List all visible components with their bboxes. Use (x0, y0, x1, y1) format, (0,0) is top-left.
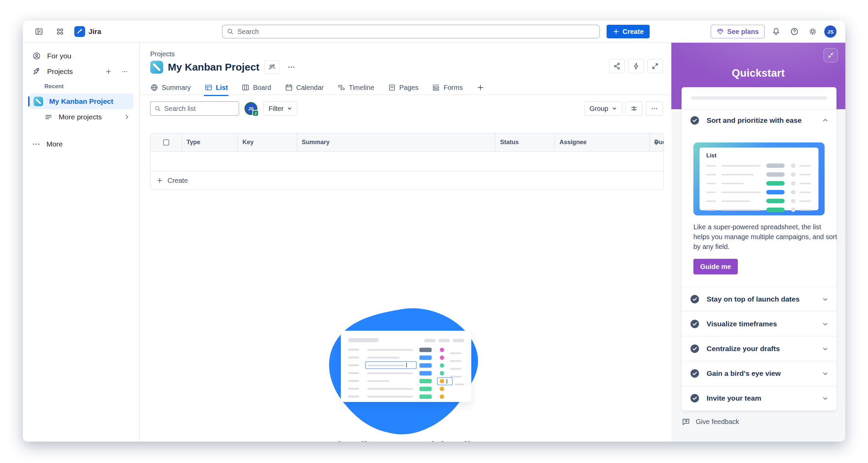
ellipsis-icon (651, 105, 658, 112)
sidebar-item-label: More projects (59, 113, 118, 121)
column-header-status[interactable]: Status (495, 133, 555, 151)
automation-button[interactable] (628, 59, 644, 73)
project-avatar-icon (34, 97, 43, 106)
column-header-summary[interactable]: Summary (297, 133, 495, 151)
give-feedback-button[interactable]: Give feedback (682, 417, 739, 426)
page-title: My Kanban Project (168, 61, 259, 73)
tab-list[interactable]: List (204, 80, 228, 95)
tab-label: Board (253, 84, 271, 92)
global-search[interactable] (222, 25, 600, 38)
create-button[interactable]: Create (607, 25, 650, 38)
projects-more-button[interactable] (120, 66, 130, 77)
sidebar-item-for-you[interactable]: For you (29, 48, 133, 64)
quickstart-section-invite-team[interactable]: Invite your team (682, 386, 836, 410)
sidebar-item-label: Projects (47, 67, 97, 76)
notifications-button[interactable] (769, 25, 783, 38)
settings-button[interactable] (806, 25, 820, 38)
tab-pages[interactable]: Pages (388, 80, 419, 95)
topbar-left-group: Jira (32, 20, 101, 43)
tab-forms[interactable]: Forms (432, 80, 463, 95)
list-search-input[interactable] (164, 105, 235, 113)
quickstart-collapse-button[interactable] (824, 48, 838, 62)
quickstart-section-label: Visualize timeframes (707, 320, 815, 328)
quickstart-section-label: Centralize your drafts (707, 345, 815, 353)
gem-icon (716, 28, 724, 35)
assignee-filter-avatar[interactable]: JS J (244, 102, 257, 115)
sidebar-item-projects[interactable]: Projects (29, 64, 133, 79)
add-view-button[interactable] (476, 83, 485, 92)
create-button-label: Create (623, 28, 644, 36)
list-more-button[interactable] (646, 101, 663, 116)
tab-summary[interactable]: Summary (150, 80, 191, 95)
filter-dropdown[interactable]: Filter (263, 101, 297, 116)
group-dropdown[interactable]: Group (584, 101, 622, 116)
quickstart-section-launch-dates[interactable]: Stay on top of launch dates (682, 287, 836, 311)
column-header-key[interactable]: Key (238, 133, 297, 151)
list-view-icon (204, 83, 213, 92)
fullscreen-button[interactable] (647, 59, 663, 73)
toolbar-right-group: Group (584, 101, 663, 116)
user-avatar[interactable]: JS (824, 25, 836, 38)
chevron-down-icon (822, 346, 828, 352)
collapse-sidebar-button[interactable] (32, 25, 46, 38)
chevron-right-icon (124, 114, 130, 120)
sidebar-item-more[interactable]: More (29, 136, 133, 152)
guide-me-button[interactable]: Guide me (693, 259, 738, 274)
check-circle-icon (690, 319, 700, 329)
plus-icon (613, 28, 619, 35)
help-button[interactable] (788, 25, 801, 38)
empty-table-row (151, 152, 664, 171)
project-avatar-icon (150, 61, 163, 74)
quickstart-section-timeframes[interactable]: Visualize timeframes (682, 311, 836, 336)
view-tabs: Summary List Board Calendar (150, 80, 671, 95)
rocket-icon (32, 67, 41, 76)
chevron-down-icon (612, 106, 617, 111)
select-all-cell (151, 133, 182, 151)
column-header-assignee[interactable]: Assignee (555, 133, 650, 151)
main-content: Projects My Kanban Project (140, 43, 671, 442)
check-circle-icon (690, 115, 700, 126)
manage-people-button[interactable] (264, 60, 280, 74)
collapse-arrows-icon (827, 52, 834, 59)
header-actions (609, 59, 663, 73)
sidebar-item-label: More (46, 140, 63, 148)
list-search[interactable] (150, 101, 239, 116)
sidebar-spacer (23, 125, 139, 136)
view-settings-button[interactable] (626, 101, 643, 116)
project-more-button[interactable] (284, 60, 298, 74)
select-all-checkbox[interactable] (163, 139, 169, 146)
sidebar-item-more-projects[interactable]: More projects (29, 109, 133, 125)
quickstart-section-sort[interactable]: Sort and prioritize with ease (682, 109, 836, 132)
quickstart-section-drafts[interactable]: Centralize your drafts (682, 336, 836, 361)
app-switcher-icon (56, 27, 64, 36)
tab-calendar[interactable]: Calendar (285, 80, 324, 95)
tab-label: Summary (162, 84, 191, 92)
list-lines-icon (44, 113, 53, 121)
global-search-input[interactable] (237, 28, 595, 36)
tab-timeline[interactable]: Timeline (337, 80, 374, 95)
see-plans-label: See plans (727, 28, 759, 36)
sidebar-item-my-kanban-project[interactable]: My Kanban Project (30, 94, 133, 109)
app-switcher-button[interactable] (53, 25, 67, 38)
feedback-bubble-icon (682, 417, 690, 426)
tab-board[interactable]: Board (241, 80, 271, 95)
see-plans-button[interactable]: See plans (711, 25, 765, 38)
add-column-button[interactable] (651, 133, 662, 152)
jira-logo-icon (74, 26, 85, 37)
sidebar-item-label: For you (47, 52, 71, 60)
quickstart-section-description: Like a super-powered spreadsheet, the li… (693, 222, 837, 252)
column-header-type[interactable]: Type (182, 133, 238, 151)
check-circle-icon (690, 368, 700, 379)
quickstart-section-birds-eye[interactable]: Gain a bird's eye view (682, 361, 836, 386)
quickstart-title: Quickstart (671, 67, 845, 79)
expand-icon (651, 62, 659, 70)
list-toolbar: JS J Filter Group (150, 101, 663, 116)
add-project-button[interactable] (103, 66, 114, 77)
table-create-row[interactable]: Create (151, 171, 664, 190)
check-circle-icon (690, 294, 700, 304)
share-button[interactable] (609, 59, 625, 73)
user-avatar-initials: JS (827, 29, 833, 35)
quickstart-section-label: Sort and prioritize with ease (707, 116, 815, 124)
breadcrumb[interactable]: Projects (150, 50, 175, 58)
jira-home-link[interactable]: Jira (74, 26, 101, 37)
